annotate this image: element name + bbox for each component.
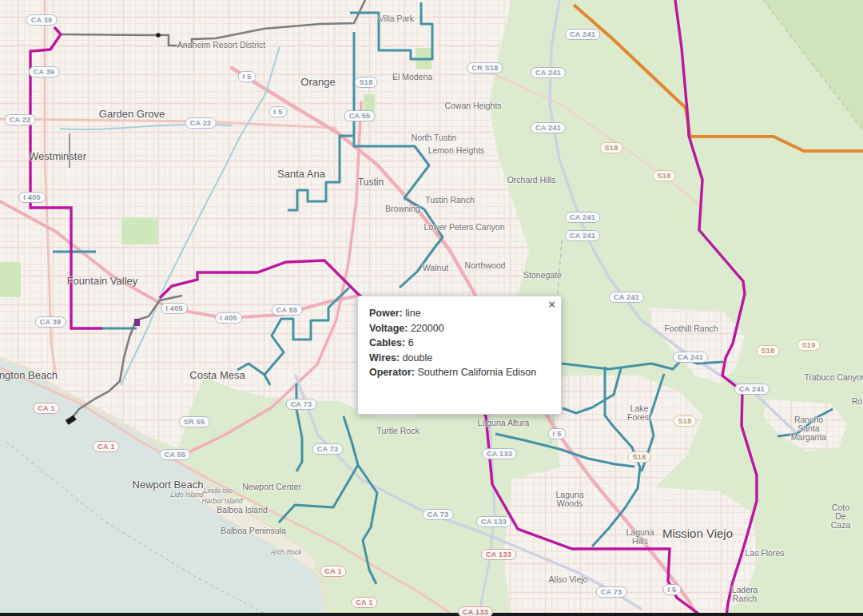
bottom-edge-bar	[0, 613, 863, 616]
map-label: Westminster	[29, 151, 86, 162]
popup-field-label: Operator:	[369, 367, 415, 378]
popup-field-label: Voltage:	[369, 323, 408, 334]
map-label: Browning	[385, 205, 420, 213]
map-label: Balboa Peninsula	[221, 527, 286, 535]
map-label: Harbor Island	[201, 498, 242, 505]
highway-shield: CA 133	[481, 549, 516, 560]
popup-field-operator: Operator: Southern California Edison	[369, 365, 550, 380]
highway-shield: S19	[797, 340, 821, 351]
highway-shield: S18	[628, 451, 651, 463]
highway-shield: CA 73	[423, 509, 454, 520]
map-label: Arch Rock	[270, 549, 301, 556]
map-label: Aliso Viejo	[549, 575, 588, 584]
highway-shield: S18	[600, 142, 623, 153]
map-label: Santa Ana	[277, 169, 325, 180]
map-label: Ladera Ranch	[725, 586, 765, 603]
highway-shield: CA 55	[272, 304, 303, 316]
map-label: Lemon Heights	[428, 146, 485, 155]
highway-shield: CA 1	[351, 597, 377, 608]
highway-shield: CA 133	[458, 606, 493, 616]
map-label: Tustin	[358, 177, 384, 188]
map-label: Laguna Hills	[620, 528, 660, 546]
map-label: Cowan Heights	[444, 101, 501, 110]
highway-shield: I 5	[238, 71, 257, 82]
highway-shield: SR 55	[179, 416, 210, 427]
map-label: North Tustin	[412, 133, 457, 142]
map-label: Robi	[852, 397, 863, 406]
highway-shield: CA 241	[565, 212, 600, 223]
map-label: Laguna Altura	[478, 419, 530, 427]
map-label: Las Flores	[745, 549, 784, 558]
highway-shield: I 405	[215, 312, 242, 324]
popup-field-label: Power:	[369, 308, 403, 319]
highway-shield: CA 55	[160, 449, 191, 460]
map-canvas[interactable]: Anaheim Resort DistrictGarden GroveWestm…	[0, 0, 863, 616]
map-label: Anaheim Resort District	[177, 41, 265, 50]
highway-shield: CA 1	[93, 441, 119, 452]
map-label: Costa Mesa	[189, 370, 245, 381]
map-label: Walnut	[423, 264, 448, 272]
popup-field-value: Southern California Edison	[417, 367, 536, 378]
highway-shield: CA 133	[482, 448, 517, 459]
highway-shield: S18	[653, 170, 676, 181]
map-label: Turtle Rock	[376, 427, 419, 435]
highway-shield: S18	[355, 77, 378, 88]
map-label: Balboa Island	[217, 506, 268, 515]
highway-shield: CA 241	[609, 292, 644, 303]
highway-shield: CR S18	[467, 62, 503, 74]
map-label: Trabuco Canyon	[804, 373, 863, 382]
map-label: Lido Island	[170, 491, 203, 499]
highway-shield: CA 73	[596, 586, 627, 598]
highway-shield: CA 73	[312, 443, 344, 455]
power-tower-dot	[156, 33, 161, 38]
map-label: Orchard Hills	[507, 176, 556, 185]
highway-shield: CA 241	[565, 29, 600, 40]
popup-field-power: Power: line	[369, 306, 550, 321]
highway-shield: I 5	[663, 584, 682, 595]
popup-field-label: Wires:	[369, 352, 400, 364]
highway-shield: CA 22	[5, 114, 36, 125]
highway-shield: CA 1	[320, 566, 346, 577]
map-label: Garden Grove	[99, 109, 165, 120]
highway-shield: CA 241	[565, 230, 600, 241]
popup-close-button[interactable]: ×	[548, 298, 555, 311]
highway-shield: S18	[757, 345, 780, 356]
highway-shield: CA 1	[33, 403, 59, 414]
map-label: Newport Center	[242, 483, 301, 491]
map-label: Newport Beach	[133, 479, 204, 491]
map-label: Rancho Santa Margarita	[789, 415, 829, 442]
map-label: Foothill Ranch	[664, 324, 718, 333]
map-label: Fountain Valley	[67, 276, 138, 287]
highway-shield: CA 39	[35, 316, 66, 328]
map-label: Tustin Ranch	[425, 196, 474, 205]
highway-shield: I 405	[18, 192, 46, 203]
map-label: Lake Forest	[619, 404, 659, 422]
highway-shield: CA 241	[531, 122, 566, 133]
popup-field-cables: Cables: 6	[369, 336, 550, 351]
highway-shield: CA 39	[29, 66, 60, 77]
map-label: Coto De Caza	[829, 503, 852, 530]
highway-shield: I 405	[161, 303, 188, 314]
map-label: Mission Viejo	[662, 527, 733, 540]
highway-shield: CA 241	[673, 352, 708, 363]
map-label: Northwood	[465, 261, 506, 270]
map-label: Stonegate	[523, 271, 562, 280]
substation-purple	[134, 319, 140, 326]
popup-field-label: Cables:	[369, 337, 405, 348]
map-label: Villa Park	[379, 14, 414, 23]
highway-shield: S18	[674, 415, 697, 427]
popup-field-value: line	[405, 308, 420, 319]
highway-shield: CA 241	[734, 384, 770, 395]
highway-shield: CA 55	[344, 110, 376, 121]
highway-shield: CA 73	[286, 399, 317, 410]
highway-shield: CA 22	[185, 117, 217, 129]
map-label: Lower Peters Canyon	[424, 223, 505, 232]
map-label: Laguna Woods	[550, 491, 590, 508]
popup-field-value: 220000	[411, 323, 444, 334]
highway-shield: CA 241	[531, 67, 566, 78]
highway-shield: I 5	[548, 428, 567, 439]
popup-field-voltage: Voltage: 220000	[369, 321, 550, 336]
highway-shield: CA 39	[26, 14, 58, 26]
feature-popup: × Power: line Voltage: 220000 Cables: 6 …	[357, 296, 562, 415]
highway-shield: I 5	[269, 106, 288, 117]
